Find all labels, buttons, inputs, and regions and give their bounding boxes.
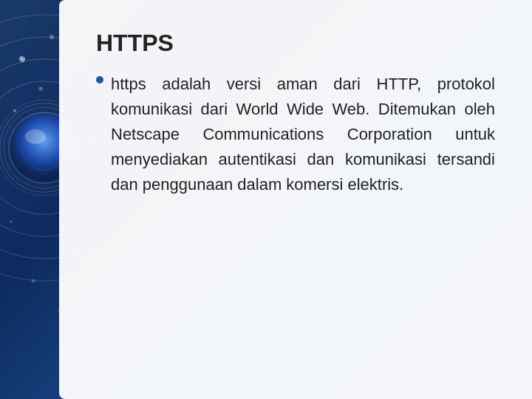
page-title: HTTPS (96, 30, 495, 57)
content-panel: HTTPS https adalah versi aman dari HTTP,… (59, 0, 532, 399)
bullet-icon (96, 76, 103, 83)
svg-point-11 (10, 220, 13, 223)
svg-point-7 (50, 35, 54, 39)
svg-point-9 (39, 87, 43, 91)
svg-point-19 (25, 129, 46, 144)
content-paragraph: https adalah versi aman dari HTTP, proto… (111, 72, 495, 197)
svg-point-12 (32, 279, 35, 283)
bullet-item: https adalah versi aman dari HTTP, proto… (96, 72, 495, 197)
